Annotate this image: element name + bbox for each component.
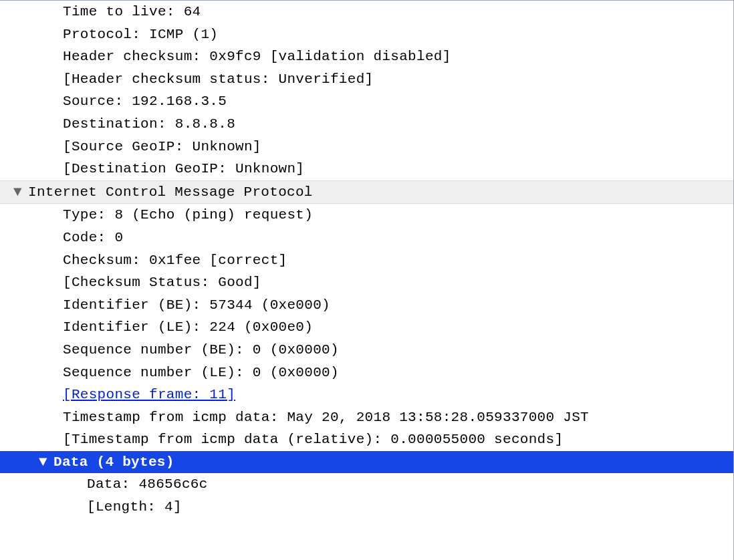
- chevron-down-icon[interactable]: ▼: [39, 451, 49, 474]
- icmp-timestamp-relative-field[interactable]: [Timestamp from icmp data (relative): 0.…: [0, 428, 733, 451]
- ip-source-geoip-field[interactable]: [Source GeoIP: Unknown]: [0, 136, 733, 158]
- icmp-timestamp-field[interactable]: Timestamp from icmp data: May 20, 2018 1…: [0, 406, 733, 429]
- section-label: Data (4 bytes): [53, 451, 174, 474]
- ip-destination-geoip-field[interactable]: [Destination GeoIP: Unknown]: [0, 158, 733, 180]
- icmp-type-field[interactable]: Type: 8 (Echo (ping) request): [0, 204, 733, 227]
- ip-ttl-field[interactable]: Time to live: 64: [0, 1, 733, 23]
- ip-header-checksum-field[interactable]: Header checksum: 0x9fc9 [validation disa…: [0, 45, 733, 68]
- icmp-code-field[interactable]: Code: 0: [0, 227, 733, 249]
- field-value: Code: 0: [63, 227, 123, 249]
- icmp-identifier-le-field[interactable]: Identifier (LE): 224 (0x00e0): [0, 316, 733, 339]
- icmp-seq-be-field[interactable]: Sequence number (BE): 0 (0x0000): [0, 339, 733, 362]
- response-frame-link[interactable]: [Response frame: 11]: [63, 384, 235, 406]
- ip-header-checksum-status-field[interactable]: [Header checksum status: Unverified]: [0, 68, 733, 91]
- field-value: Type: 8 (Echo (ping) request): [63, 204, 313, 227]
- field-value: Checksum: 0x1fee [correct]: [63, 249, 287, 272]
- field-value: Header checksum: 0x9fc9 [validation disa…: [63, 45, 451, 68]
- field-value: [Destination GeoIP: Unknown]: [63, 158, 304, 180]
- ip-source-field[interactable]: Source: 192.168.3.5: [0, 90, 733, 113]
- icmp-checksum-field[interactable]: Checksum: 0x1fee [correct]: [0, 249, 733, 272]
- field-value: [Header checksum status: Unverified]: [63, 68, 373, 91]
- icmp-response-frame-field[interactable]: [Response frame: 11]: [0, 384, 733, 406]
- field-value: Timestamp from icmp data: May 20, 2018 1…: [63, 406, 589, 429]
- icmp-section-header[interactable]: ▼ Internet Control Message Protocol: [0, 180, 733, 204]
- icmp-seq-le-field[interactable]: Sequence number (LE): 0 (0x0000): [0, 362, 733, 384]
- field-value: Time to live: 64: [63, 1, 201, 23]
- field-value: [Checksum Status: Good]: [63, 271, 261, 294]
- field-value: [Source GeoIP: Unknown]: [63, 136, 261, 158]
- chevron-down-icon[interactable]: ▼: [13, 181, 24, 204]
- field-value: Sequence number (BE): 0 (0x0000): [63, 339, 339, 362]
- ip-destination-field[interactable]: Destination: 8.8.8.8: [0, 113, 733, 136]
- field-value: Identifier (BE): 57344 (0xe000): [63, 294, 330, 317]
- field-value: Identifier (LE): 224 (0x00e0): [63, 316, 313, 339]
- icmp-checksum-status-field[interactable]: [Checksum Status: Good]: [0, 271, 733, 294]
- field-value: Source: 192.168.3.5: [63, 90, 227, 113]
- field-value: Sequence number (LE): 0 (0x0000): [63, 362, 339, 384]
- field-value: [Timestamp from icmp data (relative): 0.…: [63, 428, 563, 451]
- field-value: Protocol: ICMP (1): [63, 23, 218, 46]
- field-value: Data: 48656c6c: [87, 473, 208, 496]
- section-label: Internet Control Message Protocol: [28, 181, 313, 204]
- data-bytes-field[interactable]: Data: 48656c6c: [0, 473, 733, 496]
- icmp-identifier-be-field[interactable]: Identifier (BE): 57344 (0xe000): [0, 294, 733, 317]
- data-length-field[interactable]: [Length: 4]: [0, 496, 733, 519]
- field-value: [Length: 4]: [87, 496, 182, 519]
- ip-protocol-field[interactable]: Protocol: ICMP (1): [0, 23, 733, 46]
- data-section-header[interactable]: ▼ Data (4 bytes): [0, 451, 733, 474]
- field-value: Destination: 8.8.8.8: [63, 113, 235, 136]
